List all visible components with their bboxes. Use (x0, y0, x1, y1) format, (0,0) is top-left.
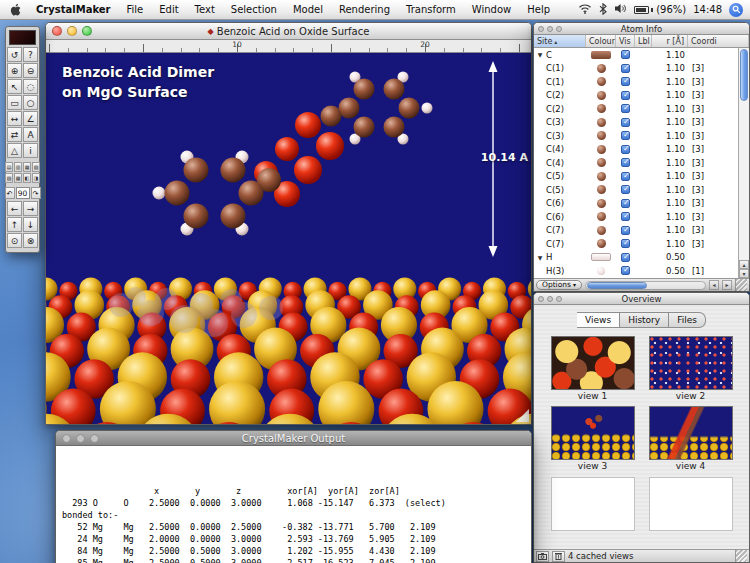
column-header-coordination[interactable]: Coordi (688, 35, 749, 47)
colour-swatch[interactable] (586, 267, 616, 275)
tool-rect-select[interactable]: ▭ (7, 95, 22, 110)
colour-swatch[interactable] (586, 253, 616, 261)
colour-swatch[interactable] (586, 51, 616, 59)
menu-item[interactable]: Rendering (331, 0, 398, 19)
table-row[interactable]: C(5) 1.10 [3] (534, 170, 738, 184)
view-preset-6[interactable]: ▩ (14, 173, 22, 183)
rotate-up[interactable]: ↑ (7, 217, 22, 232)
table-row[interactable]: C(4) 1.10 [3] (534, 143, 738, 157)
rotate-ccw-button[interactable]: ↶ (5, 187, 15, 199)
tool-select-arrow[interactable]: ↖ (7, 79, 22, 94)
table-row[interactable]: C(2) 1.10 [3] (534, 89, 738, 103)
colour-swatch[interactable] (586, 104, 616, 113)
tool-text[interactable]: A (23, 127, 38, 142)
colour-swatch[interactable] (586, 91, 616, 100)
rotate-step-field[interactable]: 90 (16, 187, 30, 199)
menu-item[interactable]: Window (464, 0, 519, 19)
colour-swatch[interactable] (586, 64, 616, 73)
vertical-scrollbar[interactable]: ▴ ▾ (738, 48, 749, 278)
menu-item[interactable]: CrystalMaker (28, 0, 119, 19)
crystal-viewport[interactable]: Benzoic Acid Dimer on MgO Surface 10.14 … (46, 53, 531, 424)
table-row[interactable]: C(2) 1.10 [3] (534, 102, 738, 116)
visibility-checkbox[interactable] (621, 50, 630, 59)
zoom-button[interactable] (82, 26, 92, 36)
close-button[interactable] (538, 26, 544, 32)
document-titlebar[interactable]: ◆Benzoic Acid on Oxide Surface (46, 23, 531, 40)
visibility-checkbox[interactable] (621, 145, 630, 154)
table-row[interactable]: C(3) 1.10 [3] (534, 116, 738, 130)
view-item[interactable]: view 1 (548, 336, 638, 403)
colour-swatch[interactable] (586, 118, 616, 127)
tool-zoom-in[interactable]: ⊕ (7, 63, 22, 78)
table-row[interactable]: C(1) 1.10 [3] (534, 75, 738, 89)
visibility-checkbox[interactable] (621, 226, 630, 235)
visibility-checkbox[interactable] (621, 253, 630, 262)
tool-help[interactable]: ? (23, 47, 38, 62)
visibility-checkbox[interactable] (621, 104, 630, 113)
scroll-right-arrow[interactable]: ▸ (722, 280, 732, 290)
colour-swatch[interactable] (586, 185, 616, 194)
table-row[interactable]: ▼ H 0.50 (534, 251, 738, 265)
table-row[interactable]: C(6) 1.10 [3] (534, 210, 738, 224)
delete-view-button[interactable] (552, 551, 565, 562)
visibility-checkbox[interactable] (621, 131, 630, 140)
scrollbar-thumb[interactable] (587, 282, 647, 289)
visibility-checkbox[interactable] (621, 199, 630, 208)
tool-measure-distance[interactable]: ↔ (7, 111, 22, 126)
bluetooth-icon[interactable] (599, 3, 607, 17)
column-header-vis[interactable]: Vis (616, 35, 635, 47)
close-button[interactable] (538, 296, 544, 302)
zoom-button[interactable] (556, 26, 562, 32)
atom-info-titlebar[interactable]: Atom Info (534, 23, 749, 35)
column-header-radius[interactable]: r [Å] (652, 35, 688, 47)
menu-item[interactable]: Model (285, 0, 331, 19)
view-preset-5[interactable]: ▨ (5, 173, 13, 183)
resize-grip[interactable] (516, 409, 529, 422)
tool-zoom-out[interactable]: ⊖ (23, 63, 38, 78)
menu-item[interactable]: File (119, 0, 152, 19)
menu-item[interactable]: Help (519, 0, 558, 19)
colour-swatch[interactable] (586, 239, 616, 248)
view-item[interactable]: view 2 (646, 336, 736, 403)
visibility-checkbox[interactable] (621, 172, 630, 181)
view-thumbnail[interactable] (551, 336, 635, 390)
scroll-down-arrow[interactable]: ▾ (739, 269, 749, 278)
minimize-button[interactable] (76, 434, 85, 443)
view-thumbnail[interactable] (551, 406, 635, 460)
scroll-up-arrow[interactable]: ▴ (739, 260, 749, 269)
menu-item[interactable]: Transform (398, 0, 464, 19)
view-item[interactable]: view 3 (548, 406, 638, 473)
apple-menu-icon[interactable] (0, 3, 28, 17)
rotate-left[interactable]: ← (7, 201, 22, 216)
colour-swatch[interactable] (586, 212, 616, 221)
crystal-scene[interactable] (46, 53, 531, 424)
colour-swatch-button[interactable] (9, 30, 36, 45)
menu-item[interactable]: Edit (151, 0, 186, 19)
minimize-button[interactable] (547, 26, 553, 32)
view-thumbnail[interactable] (649, 336, 733, 390)
colour-swatch[interactable] (586, 172, 616, 181)
view-item[interactable]: view 4 (646, 406, 736, 473)
resize-grip[interactable] (735, 279, 747, 291)
menu-clock[interactable]: 14:48 (693, 4, 722, 15)
horizontal-scrollbar[interactable] (585, 281, 706, 290)
table-row[interactable]: ▼ C 1.10 (534, 48, 738, 62)
overview-titlebar[interactable]: Overview (534, 293, 749, 305)
colour-swatch[interactable] (586, 158, 616, 167)
minimize-button[interactable] (67, 26, 77, 36)
visibility-checkbox[interactable] (621, 266, 630, 275)
snapshot-button[interactable] (536, 551, 549, 562)
table-row[interactable]: C(3) 1.10 [3] (534, 129, 738, 143)
airport-icon[interactable] (578, 3, 592, 16)
minimize-button[interactable] (547, 296, 553, 302)
table-row[interactable]: C(5) 1.10 [3] (534, 183, 738, 197)
colour-swatch[interactable] (586, 199, 616, 208)
view-preset-1[interactable]: ▤ (5, 162, 13, 172)
colour-swatch[interactable] (586, 226, 616, 235)
tool-info[interactable]: i (23, 143, 38, 158)
options-button[interactable]: Options (536, 280, 582, 290)
table-row[interactable]: C(1) 1.10 [3] (534, 62, 738, 76)
scrollbar-thumb[interactable] (740, 49, 748, 101)
tab[interactable]: Files (669, 312, 706, 328)
table-row[interactable]: C(4) 1.10 [3] (534, 156, 738, 170)
